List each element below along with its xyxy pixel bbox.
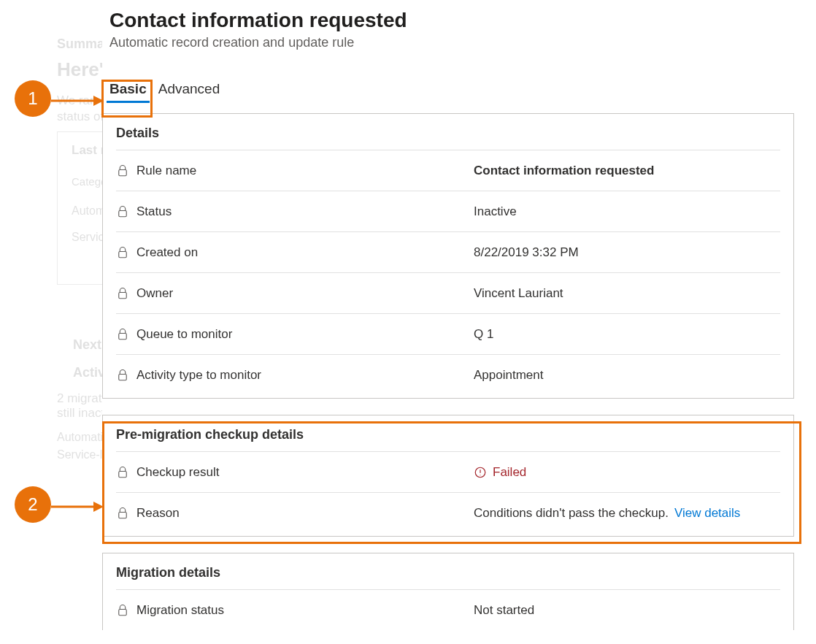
queue-label: Queue to monitor — [136, 327, 232, 342]
row-activity-type: Activity type to monitor Appointment — [116, 354, 780, 395]
migration-status-value: Not started — [474, 603, 534, 618]
page-title: Contact information requested — [109, 9, 801, 32]
annotation-box-1 — [101, 80, 153, 118]
lock-icon — [116, 369, 129, 382]
row-status: Status Inactive — [116, 191, 780, 231]
row-owner: Owner Vincent Lauriant — [116, 272, 780, 313]
svg-rect-0 — [119, 169, 127, 175]
owner-value: Vincent Lauriant — [474, 286, 563, 301]
status-label: Status — [136, 204, 172, 219]
owner-label: Owner — [136, 286, 173, 301]
page-subtitle: Automatic record creation and update rul… — [109, 35, 801, 50]
row-rule-name: Rule name Contact information requested — [116, 150, 780, 191]
row-created-on: Created on 8/22/2019 3:32 PM — [116, 231, 780, 272]
created-on-value: 8/22/2019 3:32 PM — [474, 245, 579, 260]
annotation-circle-2: 2 — [15, 486, 51, 523]
svg-marker-15 — [93, 502, 104, 512]
svg-rect-2 — [119, 251, 127, 257]
activity-type-value: Appointment — [474, 368, 543, 383]
svg-rect-11 — [119, 609, 127, 615]
migration-section: Migration details Migration status Not s… — [102, 553, 794, 630]
svg-rect-3 — [119, 292, 127, 298]
lock-icon — [116, 205, 129, 218]
lock-icon — [116, 246, 129, 259]
lock-icon — [116, 287, 129, 300]
row-migration-status: Migration status Not started — [116, 589, 780, 630]
tab-advanced[interactable]: Advanced — [154, 78, 225, 101]
activity-type-label: Activity type to monitor — [136, 368, 261, 383]
rule-name-value: Contact information requested — [474, 164, 654, 178]
svg-marker-13 — [93, 96, 104, 106]
row-queue: Queue to monitor Q 1 — [116, 313, 780, 354]
annotation-arrow-1 — [51, 93, 104, 108]
annotation-circle-1: 1 — [15, 80, 51, 117]
status-value: Inactive — [474, 204, 517, 219]
svg-rect-4 — [119, 333, 127, 339]
queue-value: Q 1 — [474, 327, 493, 342]
rule-name-label: Rule name — [136, 164, 196, 178]
details-section: Details Rule name Contact information re… — [102, 113, 794, 399]
record-detail-panel: Contact information requested Automatic … — [102, 9, 801, 644]
annotation-arrow-2 — [51, 499, 104, 514]
lock-icon — [116, 164, 129, 177]
migration-status-label: Migration status — [136, 603, 224, 618]
tab-bar: Basic Advanced — [105, 78, 801, 101]
annotation-box-2 — [102, 421, 801, 544]
lock-icon — [116, 328, 129, 341]
lock-icon — [116, 604, 129, 617]
migration-title: Migration details — [116, 565, 780, 580]
svg-rect-5 — [119, 374, 127, 380]
created-on-label: Created on — [136, 245, 198, 260]
details-title: Details — [116, 126, 780, 141]
svg-rect-1 — [119, 210, 127, 216]
